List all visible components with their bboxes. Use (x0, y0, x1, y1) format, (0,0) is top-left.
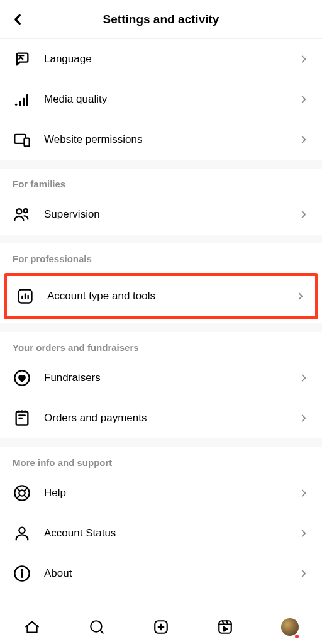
divider (0, 160, 322, 169)
search-icon (89, 619, 105, 635)
section-header-more-info: More info and support (0, 447, 322, 473)
chart-box-icon (16, 287, 35, 306)
tab-reels[interactable] (213, 614, 238, 640)
row-label: Website permissions (44, 133, 298, 146)
svg-line-18 (17, 488, 20, 491)
row-label: Account Status (44, 527, 298, 540)
person-icon (13, 524, 31, 543)
svg-point-0 (15, 103, 18, 106)
row-about[interactable]: About (0, 553, 322, 594)
chevron-right-icon (298, 209, 309, 220)
row-account-status[interactable]: Account Status (0, 513, 322, 553)
signal-icon (13, 90, 31, 109)
svg-line-19 (25, 488, 28, 491)
section-header-professionals: For professionals (0, 243, 322, 269)
chevron-right-icon (298, 413, 309, 424)
row-label: Fundraisers (44, 372, 298, 384)
row-fundraisers[interactable]: Fundraisers (0, 358, 322, 398)
row-website-permissions[interactable]: Website permissions (0, 119, 322, 160)
heart-circle-icon (13, 369, 31, 387)
chevron-right-icon (298, 372, 309, 384)
row-label: Orders and payments (44, 412, 298, 425)
svg-line-20 (17, 496, 20, 499)
svg-point-6 (16, 209, 21, 214)
svg-rect-3 (26, 94, 28, 106)
tab-search[interactable] (84, 614, 109, 640)
row-label: Language (44, 53, 298, 65)
chevron-right-icon (298, 134, 309, 145)
row-label: Help (44, 487, 298, 499)
back-button[interactable] (5, 7, 30, 32)
row-supervision[interactable]: Supervision (0, 194, 322, 235)
header: Settings and activity (0, 0, 322, 39)
chevron-left-icon (9, 11, 26, 28)
svg-line-21 (25, 496, 28, 499)
chevron-right-icon (298, 528, 309, 539)
tabbar (0, 609, 322, 644)
receipt-icon (13, 409, 31, 428)
tab-home[interactable] (19, 614, 45, 640)
chevron-right-icon (298, 94, 309, 105)
svg-rect-1 (19, 101, 21, 106)
svg-rect-2 (23, 98, 25, 106)
tab-profile[interactable] (277, 614, 303, 640)
people-icon (13, 205, 31, 224)
avatar (281, 618, 299, 636)
row-label: Media quality (44, 93, 298, 106)
divider (0, 235, 322, 243)
devices-icon (13, 130, 31, 149)
section-header-families: For families (0, 169, 322, 194)
section-header-orders-fundraisers: Your orders and fundraisers (0, 332, 322, 358)
svg-marker-35 (224, 627, 227, 631)
svg-rect-5 (25, 138, 30, 147)
home-icon (24, 619, 40, 635)
svg-point-22 (19, 528, 25, 533)
highlight-box: Account type and tools (4, 273, 318, 319)
create-icon (153, 619, 169, 635)
page-title: Settings and activity (103, 13, 219, 26)
info-icon (13, 564, 31, 583)
lifebuoy-icon (13, 484, 31, 502)
divider (0, 438, 322, 447)
row-language[interactable]: Language (0, 39, 322, 79)
svg-point-25 (21, 570, 23, 571)
row-orders-payments[interactable]: Orders and payments (0, 398, 322, 438)
tab-create[interactable] (148, 614, 174, 640)
row-help[interactable]: Help (0, 473, 322, 513)
svg-line-27 (100, 630, 103, 633)
svg-rect-31 (219, 621, 232, 633)
row-media-quality[interactable]: Media quality (0, 79, 322, 119)
row-label: Account type and tools (47, 290, 295, 303)
language-icon (13, 50, 31, 69)
row-label: Supervision (44, 208, 298, 221)
divider (0, 323, 322, 332)
notification-dot (295, 635, 299, 638)
reels-icon (217, 619, 233, 635)
chevron-right-icon (295, 291, 306, 302)
chevron-right-icon (298, 487, 309, 499)
row-account-type-tools[interactable]: Account type and tools (7, 276, 315, 316)
chevron-right-icon (298, 568, 309, 579)
row-label: About (44, 567, 298, 580)
svg-point-7 (24, 209, 28, 213)
chevron-right-icon (298, 53, 309, 65)
